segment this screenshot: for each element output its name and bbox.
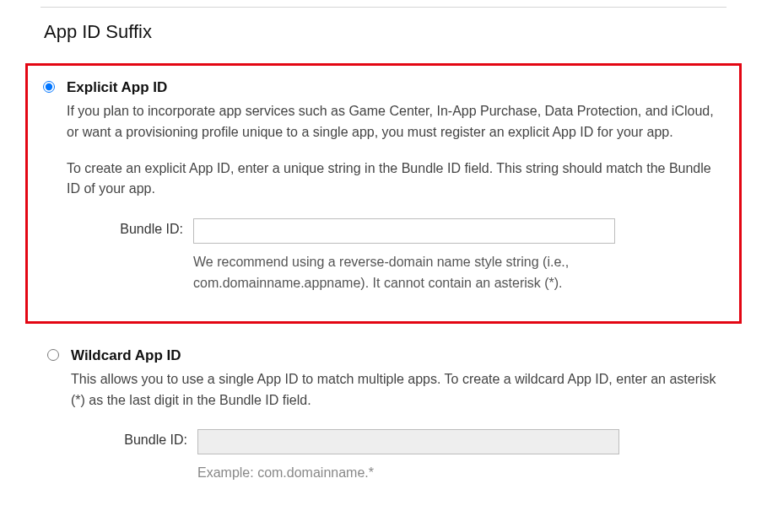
section-title: App ID Suffix [44,21,726,43]
wildcard-bundle-hint: Example: com.domainname.* [197,463,636,484]
explicit-option-block: Explicit App ID If you plan to incorpora… [36,79,724,303]
explicit-desc-2: To create an explicit App ID, enter a un… [67,159,724,201]
explicit-title: Explicit App ID [67,79,724,96]
wildcard-app-id-radio[interactable] [47,349,59,361]
wildcard-bundle-field-row: Bundle ID: Example: com.domainname.* [71,429,726,484]
explicit-desc-1: If you plan to incorporate app services … [67,101,724,143]
explicit-bundle-label: Bundle ID: [67,218,193,237]
top-divider [41,7,726,8]
explicit-app-id-radio[interactable] [43,81,55,93]
wildcard-bundle-input[interactable] [197,429,619,454]
explicit-bundle-field-row: Bundle ID: We recommend using a reverse-… [67,218,724,294]
wildcard-option-block: Wildcard App ID This allows you to use a… [41,347,726,492]
explicit-bundle-hint: We recommend using a reverse-domain name… [193,252,632,294]
wildcard-desc: This allows you to use a single App ID t… [71,369,726,411]
explicit-app-id-highlight: Explicit App ID If you plan to incorpora… [25,63,742,324]
wildcard-title: Wildcard App ID [71,347,726,364]
wildcard-bundle-label: Bundle ID: [71,429,197,448]
explicit-bundle-input[interactable] [193,218,615,244]
